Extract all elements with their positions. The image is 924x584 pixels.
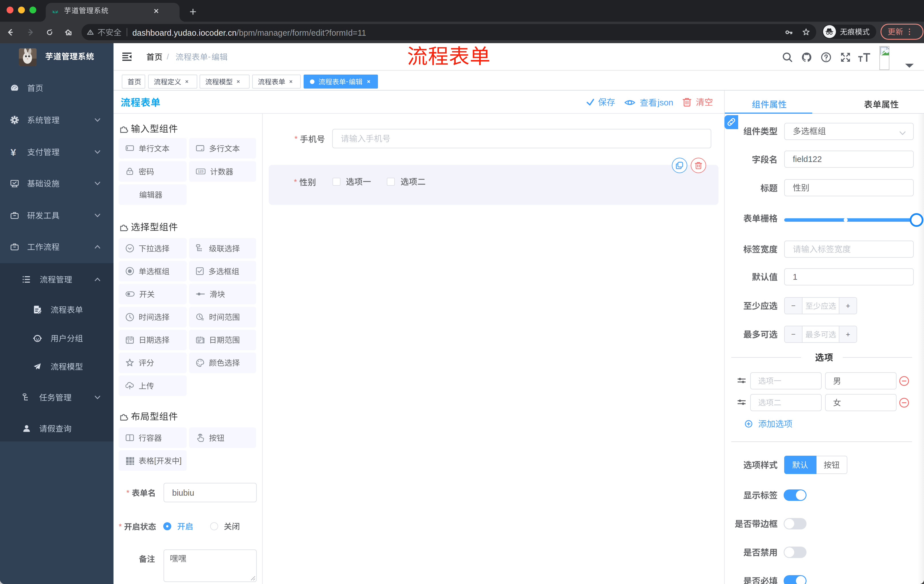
svg-text:123: 123 xyxy=(198,170,203,173)
svg-text:-: - xyxy=(208,53,211,61)
svg-text:-: - xyxy=(346,78,348,85)
